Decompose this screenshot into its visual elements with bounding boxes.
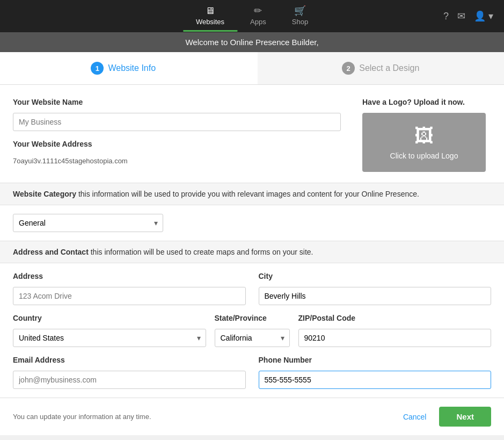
website-name-label: Your Website Name (13, 98, 341, 106)
nav-tab-apps-label: Apps (250, 18, 266, 26)
nav-tab-websites-label: Websites (196, 18, 224, 26)
country-select-wrapper: United States Canada United Kingdom ▾ (13, 329, 206, 347)
address-city-row: Address City (13, 272, 491, 305)
country-label: Country (13, 314, 206, 322)
address-input[interactable] (13, 287, 246, 305)
logo-group: Have a Logo? Upload it now. 🖼 Click to u… (362, 98, 491, 172)
step-1[interactable]: 1 Website Info (0, 52, 247, 84)
websites-icon: 🖥 (205, 5, 215, 17)
city-label: City (259, 272, 492, 280)
address-section-desc: this information will be used to create … (91, 248, 313, 256)
stepper: 1 Website Info 2 Select a Design (0, 52, 504, 85)
cancel-button[interactable]: Cancel (397, 408, 433, 425)
category-section: General Business Portfolio Blog E-commer… (13, 205, 491, 241)
nav-tabs: 🖥 Websites ✏ Apps 🛒 Shop (183, 1, 321, 32)
logo-col: Have a Logo? Upload it now. 🖼 Click to u… (362, 98, 491, 172)
website-info-col: Your Website Name Your Website Address 7… (13, 98, 341, 172)
footer-bar: You can update your information at any t… (0, 398, 504, 435)
website-address-value: 7oayui3v.1111c45stagehostopia.com (13, 157, 341, 165)
website-address-label: Your Website Address (13, 140, 341, 148)
help-icon[interactable]: ? (443, 11, 449, 22)
category-select[interactable]: General Business Portfolio Blog E-commer… (13, 214, 163, 232)
zip-group: ZIP/Postal Code (298, 314, 492, 347)
address-group: Address (13, 272, 246, 305)
logo-upload-area[interactable]: 🖼 Click to upload Logo (362, 113, 486, 172)
step-1-num: 1 (91, 62, 104, 75)
nav-tab-shop-label: Shop (292, 18, 308, 26)
welcome-text: Welcome to Online Presence Builder, (185, 38, 318, 47)
address-section-header: Address and Contact this information wil… (0, 241, 504, 263)
state-group: State/Province California New York Texas… (215, 314, 290, 347)
category-select-wrapper: General Business Portfolio Blog E-commer… (13, 214, 163, 232)
email-input[interactable] (13, 371, 246, 389)
website-address-group: Your Website Address 7oayui3v.1111c45sta… (13, 140, 341, 165)
state-label: State/Province (215, 314, 290, 322)
nav-tab-shop[interactable]: 🛒 Shop (279, 1, 321, 32)
website-name-group: Your Website Name (13, 98, 341, 131)
country-state-zip-row: Country United States Canada United King… (13, 314, 491, 347)
state-select[interactable]: California New York Texas (215, 329, 290, 347)
step-2-num: 2 (342, 62, 355, 75)
top-nav: 🖥 Websites ✏ Apps 🛒 Shop ? ✉ 👤 ▾ (0, 0, 504, 32)
step-1-label: Website Info (108, 63, 156, 73)
next-button[interactable]: Next (439, 407, 491, 427)
phone-label: Phone Number (259, 356, 492, 364)
category-section-header: Website Category this information will b… (0, 183, 504, 205)
zip-input[interactable] (298, 329, 492, 347)
address-section-label: Address and Contact (13, 248, 89, 256)
shop-icon: 🛒 (294, 5, 306, 17)
category-desc: this information will be used to provide… (78, 190, 419, 198)
welcome-banner: Welcome to Online Presence Builder, (0, 32, 504, 52)
country-select[interactable]: United States Canada United Kingdom (13, 329, 206, 347)
email-label: Email Address (13, 356, 246, 364)
category-label: Website Category (13, 190, 76, 198)
email-group: Email Address (13, 356, 246, 389)
address-section: Address City Country United States Canad… (13, 263, 491, 398)
email-phone-row: Email Address Phone Number (13, 356, 491, 389)
image-icon: 🖼 (414, 125, 434, 147)
apps-icon: ✏ (254, 5, 262, 17)
phone-group: Phone Number (259, 356, 492, 389)
top-section: Your Website Name Your Website Address 7… (13, 98, 491, 172)
nav-tab-apps[interactable]: ✏ Apps (237, 1, 279, 32)
country-group: Country United States Canada United King… (13, 314, 206, 347)
phone-input[interactable] (259, 371, 492, 389)
main-content: Your Website Name Your Website Address 7… (0, 85, 504, 435)
footer-info-text: You can update your information at any t… (13, 413, 151, 421)
step-2[interactable]: 2 Select a Design (258, 52, 505, 84)
footer-actions: Cancel Next (397, 407, 491, 427)
city-input[interactable] (259, 287, 492, 305)
logo-upload-text: Click to upload Logo (390, 152, 458, 160)
nav-tab-websites[interactable]: 🖥 Websites (183, 1, 237, 32)
logo-label: Have a Logo? Upload it now. (362, 98, 491, 106)
nav-right: ? ✉ 👤 ▾ (443, 10, 493, 22)
website-name-input[interactable] (13, 113, 341, 131)
user-menu[interactable]: 👤 ▾ (474, 10, 493, 22)
state-select-wrapper: California New York Texas ▾ (215, 329, 290, 347)
step-2-label: Select a Design (359, 63, 419, 73)
city-group: City (259, 272, 492, 305)
mail-icon[interactable]: ✉ (457, 10, 465, 22)
zip-label: ZIP/Postal Code (298, 314, 492, 322)
address-label: Address (13, 272, 246, 280)
step-divider (247, 52, 258, 84)
